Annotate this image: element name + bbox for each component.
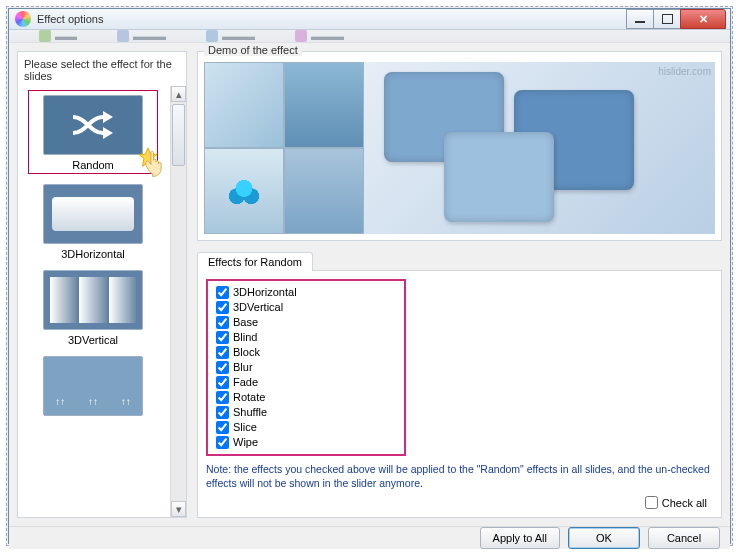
background-toolbar: ▬▬ ▬▬▬ ▬▬▬ ▬▬▬ — [9, 30, 730, 43]
demo-area: hislider.com — [204, 62, 715, 234]
effect-check-label: 3DHorizontal — [233, 285, 297, 300]
effects-list-panel: Please select the effect for the slides … — [17, 51, 187, 518]
toolbar-item: ▬▬▬ — [117, 30, 166, 42]
effect-checkbox[interactable] — [216, 376, 229, 389]
window-controls: ✕ — [627, 9, 726, 29]
dialog-footer: Apply to All OK Cancel — [9, 526, 730, 549]
effect-checkbox[interactable] — [216, 331, 229, 344]
check-all-row: Check all — [206, 496, 713, 509]
effect-checkbox[interactable] — [216, 391, 229, 404]
effect-tile-random[interactable]: Random — [28, 90, 158, 174]
apply-to-all-button[interactable]: Apply to All — [480, 527, 560, 549]
scroll-track[interactable] — [171, 102, 186, 501]
effect-label: 3DHorizontal — [28, 248, 158, 260]
effects-tab-container: Effects for Random 3DHorizontal3DVertica… — [197, 245, 722, 518]
demo-group-title: Demo of the effect — [204, 44, 302, 56]
effect-checkbox[interactable] — [216, 421, 229, 434]
effect-check-label: Wipe — [233, 435, 258, 450]
check-all-label: Check all — [662, 497, 707, 509]
effects-tab-body: 3DHorizontal3DVerticalBaseBlindBlockBlur… — [197, 270, 722, 518]
dialog-body: Please select the effect for the slides … — [9, 43, 730, 526]
effect-check-row: Shuffle — [216, 405, 396, 420]
effect-check-row: Base — [216, 315, 396, 330]
close-button[interactable]: ✕ — [680, 9, 726, 29]
effect-check-row: Blur — [216, 360, 396, 375]
effect-check-row: Rotate — [216, 390, 396, 405]
effect-check-label: Base — [233, 315, 258, 330]
demo-watermark: hislider.com — [658, 66, 711, 77]
effect-thumb-base: ↑↑↑↑↑↑ — [43, 356, 143, 416]
toolbar-item: ▬▬▬ — [295, 30, 344, 42]
effect-thumb-3dv — [43, 270, 143, 330]
scroll-up-button[interactable]: ▴ — [171, 86, 186, 102]
demo-group: Demo of the effect hislider.com — [197, 51, 722, 241]
right-panel: Demo of the effect hislider.com Effects — [197, 51, 722, 518]
effect-tile-3dhorizontal[interactable]: 3DHorizontal — [28, 184, 158, 260]
effect-tile-base[interactable]: ↑↑↑↑↑↑ — [28, 356, 158, 416]
effect-check-label: Rotate — [233, 390, 265, 405]
effects-scrollbar[interactable]: ▴ ▾ — [170, 86, 186, 517]
effect-check-label: 3DVertical — [233, 300, 283, 315]
demo-left-grid — [204, 62, 364, 234]
effects-note: Note: the effects you checked above will… — [206, 462, 713, 490]
effect-checkbox[interactable] — [216, 346, 229, 359]
toolbar-item: ▬▬▬ — [206, 30, 255, 42]
maximize-button[interactable] — [653, 9, 681, 29]
pointer-hand-icon — [139, 145, 170, 179]
effect-check-row: Slice — [216, 420, 396, 435]
effect-check-row: Fade — [216, 375, 396, 390]
effect-thumb-3dh — [43, 184, 143, 244]
effect-check-label: Block — [233, 345, 260, 360]
effect-check-row: 3DHorizontal — [216, 285, 396, 300]
effect-check-label: Fade — [233, 375, 258, 390]
effect-check-label: Blind — [233, 330, 257, 345]
effects-list: Random 3DHorizontal 3DVertical — [18, 86, 170, 517]
effect-tile-3dvertical[interactable]: 3DVertical — [28, 270, 158, 346]
check-all-checkbox[interactable] — [645, 496, 658, 509]
ok-button[interactable]: OK — [568, 527, 640, 549]
cancel-button[interactable]: Cancel — [648, 527, 720, 549]
effect-check-label: Blur — [233, 360, 253, 375]
effect-checkbox[interactable] — [216, 301, 229, 314]
window-title: Effect options — [37, 13, 627, 25]
toolbar-item: ▬▬ — [39, 30, 77, 42]
effects-list-header: Please select the effect for the slides — [18, 52, 186, 86]
tab-effects-random[interactable]: Effects for Random — [197, 252, 313, 271]
effect-check-label: Slice — [233, 420, 257, 435]
demo-puzzle: hislider.com — [364, 62, 715, 234]
shuffle-arrows-icon — [68, 105, 118, 145]
effect-check-row: Wipe — [216, 435, 396, 450]
effect-checkbox[interactable] — [216, 316, 229, 329]
titlebar: Effect options ✕ — [9, 9, 730, 30]
effect-check-label: Shuffle — [233, 405, 267, 420]
effect-checkbox[interactable] — [216, 361, 229, 374]
scroll-down-button[interactable]: ▾ — [171, 501, 186, 517]
effect-thumb-random — [43, 95, 143, 155]
effect-checkbox[interactable] — [216, 406, 229, 419]
app-icon — [15, 11, 31, 27]
effects-checklist: 3DHorizontal3DVerticalBaseBlindBlockBlur… — [206, 279, 406, 456]
effect-label: 3DVertical — [28, 334, 158, 346]
butterfly-icon — [204, 148, 284, 234]
dialog-window: Effect options ✕ ▬▬ ▬▬▬ ▬▬▬ ▬▬▬ Please s… — [8, 8, 731, 544]
puzzle-piece-icon — [444, 132, 554, 222]
effect-check-row: Block — [216, 345, 396, 360]
effect-checkbox[interactable] — [216, 286, 229, 299]
effect-checkbox[interactable] — [216, 436, 229, 449]
effect-check-row: Blind — [216, 330, 396, 345]
scroll-thumb[interactable] — [172, 104, 185, 166]
minimize-button[interactable] — [626, 9, 654, 29]
effect-check-row: 3DVertical — [216, 300, 396, 315]
